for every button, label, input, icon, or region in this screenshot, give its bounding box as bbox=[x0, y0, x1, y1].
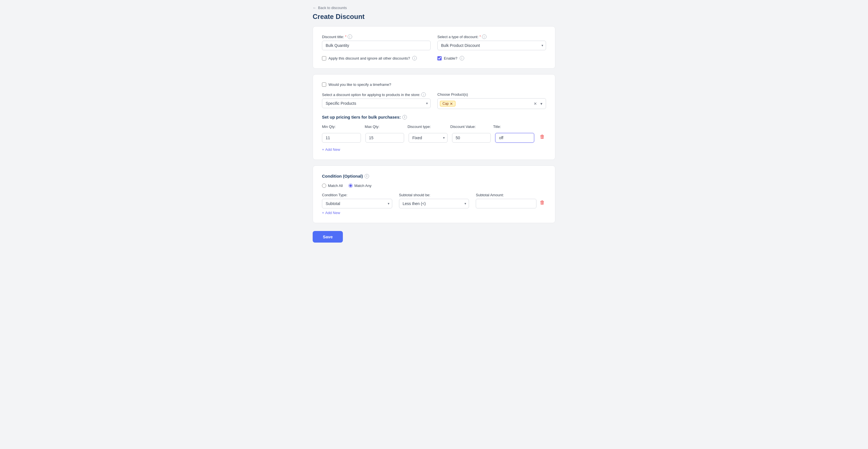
condition-type-select-wrapper: Subtotal Quantity Product Count ▾ bbox=[322, 199, 392, 208]
min-qty-label: Min Qty: bbox=[322, 124, 360, 129]
pricing-tiers-title: Set up pricing tiers for bulk purchases:… bbox=[322, 115, 546, 119]
condition-card: Condition (Optional) i Match All Match A… bbox=[313, 166, 555, 223]
discount-option-select-wrapper: Specific Products ▾ bbox=[322, 98, 431, 108]
plus-icon-2: + bbox=[322, 211, 324, 215]
subtotal-amount-col: Subtotal Amount: 🗑 bbox=[476, 193, 546, 208]
subtotal-amount-input[interactable] bbox=[476, 199, 536, 208]
products-pricing-card: Would you like to specify a timeframe? S… bbox=[313, 74, 555, 160]
discount-type-select-wrapper: Bulk Product Discount ▾ bbox=[437, 41, 546, 50]
match-all-label: Match All bbox=[328, 184, 343, 188]
pricing-tier-row-1: Fixed Percentage ▾ 🗑 bbox=[322, 131, 546, 143]
subtotal-amount-label: Subtotal Amount: bbox=[476, 193, 536, 197]
discount-type-col: Select a type of discount: * i Bulk Prod… bbox=[437, 34, 546, 50]
discount-title-label: Discount title: * i bbox=[322, 34, 431, 39]
add-new-condition-label: Add New bbox=[326, 211, 340, 215]
condition-type-col: Condition Type: Subtotal Quantity Produc… bbox=[322, 193, 392, 208]
max-qty-label: Max Qty: bbox=[365, 124, 403, 129]
timeframe-label: Would you like to specify a timeframe? bbox=[329, 83, 391, 87]
subtotal-should-be-label: Subtotal should be: bbox=[399, 193, 469, 197]
discount-value-input[interactable] bbox=[452, 133, 491, 143]
enable-info-icon[interactable]: i bbox=[460, 56, 464, 60]
trash-icon: 🗑 bbox=[540, 134, 545, 140]
discount-type-label-tier: Discount type: bbox=[407, 124, 446, 129]
subtotal-should-be-col: Subtotal should be: Less then (<) Greate… bbox=[399, 193, 469, 208]
discount-type-info-icon[interactable]: i bbox=[482, 34, 487, 39]
delete-condition-button[interactable]: 🗑 bbox=[539, 198, 546, 208]
product-tag-cap: Cap ✕ bbox=[440, 101, 456, 107]
match-all-radio-label[interactable]: Match All bbox=[322, 184, 343, 188]
discount-option-row: Select a discount option for applying to… bbox=[322, 92, 546, 109]
timeframe-row: Would you like to specify a timeframe? bbox=[322, 83, 546, 87]
enable-checkbox-row[interactable]: Enable? i bbox=[437, 56, 546, 60]
discount-title-info-icon[interactable]: i bbox=[348, 34, 352, 39]
title-label: Title: bbox=[493, 124, 531, 129]
discount-value-header: Discount Value: bbox=[451, 124, 489, 130]
max-qty-col bbox=[365, 133, 404, 143]
discount-option-col: Select a discount option for applying to… bbox=[322, 92, 431, 109]
add-new-condition-button[interactable]: + Add New bbox=[322, 211, 340, 215]
tier-discount-type-select[interactable]: Fixed Percentage bbox=[409, 133, 447, 143]
required-indicator-type: * bbox=[479, 35, 481, 39]
condition-type-select[interactable]: Subtotal Quantity Product Count bbox=[322, 199, 392, 208]
title-header: Title: bbox=[493, 124, 531, 130]
product-tag-label: Cap bbox=[442, 102, 449, 106]
choose-products-label: Choose Product(s) bbox=[437, 92, 546, 97]
save-button[interactable]: Save bbox=[313, 231, 343, 243]
product-tag-remove[interactable]: ✕ bbox=[450, 102, 453, 106]
timeframe-checkbox-row[interactable]: Would you like to specify a timeframe? bbox=[322, 83, 391, 87]
discount-option-select[interactable]: Specific Products bbox=[322, 98, 431, 108]
page-title: Create Discount bbox=[313, 13, 555, 21]
apply-ignore-label: Apply this discount and ignore all other… bbox=[329, 56, 410, 60]
timeframe-checkbox[interactable] bbox=[322, 83, 326, 87]
condition-section-title: Condition (Optional) i bbox=[322, 174, 546, 178]
min-qty-input[interactable] bbox=[322, 133, 361, 143]
condition-headers: Condition Type: Subtotal Quantity Produc… bbox=[322, 193, 546, 208]
pricing-tier-headers: Min Qty: Max Qty: Discount type: Discoun… bbox=[322, 124, 546, 130]
apply-ignore-checkbox[interactable] bbox=[322, 56, 326, 60]
enable-checkbox[interactable] bbox=[437, 56, 442, 60]
subtotal-should-be-select-wrapper: Less then (<) Greater then (>) Equal to … bbox=[399, 199, 469, 208]
product-tag-input[interactable]: Cap ✕ ✕ ▾ bbox=[437, 98, 546, 109]
match-any-radio[interactable] bbox=[348, 184, 353, 188]
max-qty-input[interactable] bbox=[365, 133, 404, 143]
required-indicator: * bbox=[345, 35, 346, 39]
apply-ignore-col: Apply this discount and ignore all other… bbox=[322, 56, 431, 60]
discount-option-info-icon[interactable]: i bbox=[421, 92, 426, 97]
choose-products-col: Choose Product(s) Cap ✕ ✕ ▾ bbox=[437, 92, 546, 109]
subtotal-amount-input-wrapper: Subtotal Amount: bbox=[476, 193, 536, 208]
match-all-radio[interactable] bbox=[322, 184, 326, 188]
back-arrow-icon: ← bbox=[313, 6, 316, 10]
discount-value-label: Discount Value: bbox=[451, 124, 489, 129]
discount-type-header: Discount type: bbox=[407, 124, 446, 130]
match-any-radio-label[interactable]: Match Any bbox=[348, 184, 372, 188]
back-link-label: Back to discounts bbox=[318, 6, 347, 10]
discount-value-col bbox=[452, 133, 491, 143]
condition-info-icon[interactable]: i bbox=[365, 174, 369, 178]
condition-type-label: Condition Type: bbox=[322, 193, 392, 197]
min-qty-col bbox=[322, 133, 361, 143]
delete-tier-button[interactable]: 🗑 bbox=[539, 131, 546, 142]
product-tag-actions: ✕ ▾ bbox=[532, 101, 544, 107]
max-qty-header: Max Qty: bbox=[365, 124, 403, 130]
discount-info-card: Discount title: * i Select a type of dis… bbox=[313, 26, 555, 69]
apply-ignore-checkbox-row[interactable]: Apply this discount and ignore all other… bbox=[322, 56, 431, 60]
tier-discount-type-select-wrapper: Fixed Percentage ▾ bbox=[409, 133, 447, 143]
plus-icon: + bbox=[322, 147, 324, 152]
discount-type-select[interactable]: Bulk Product Discount bbox=[437, 41, 546, 50]
add-new-tier-button[interactable]: + Add New bbox=[322, 147, 340, 152]
discount-title-col: Discount title: * i bbox=[322, 34, 431, 50]
apply-ignore-info-icon[interactable]: i bbox=[412, 56, 417, 60]
trash-icon-2: 🗑 bbox=[540, 200, 545, 206]
discount-type-select-col: Fixed Percentage ▾ bbox=[409, 133, 447, 143]
clear-tags-button[interactable]: ✕ bbox=[532, 101, 538, 107]
subtotal-should-be-select[interactable]: Less then (<) Greater then (>) Equal to … bbox=[399, 199, 469, 208]
pricing-tiers-info-icon[interactable]: i bbox=[402, 115, 407, 119]
back-link[interactable]: ← Back to discounts bbox=[313, 6, 555, 10]
enable-col: Enable? i bbox=[437, 56, 546, 60]
add-new-label: Add New bbox=[326, 147, 340, 152]
expand-tags-button[interactable]: ▾ bbox=[539, 101, 544, 107]
tier-title-input[interactable] bbox=[495, 133, 534, 143]
title-col bbox=[495, 133, 534, 143]
discount-title-input[interactable] bbox=[322, 41, 431, 50]
discount-type-label: Select a type of discount: * i bbox=[437, 34, 546, 39]
